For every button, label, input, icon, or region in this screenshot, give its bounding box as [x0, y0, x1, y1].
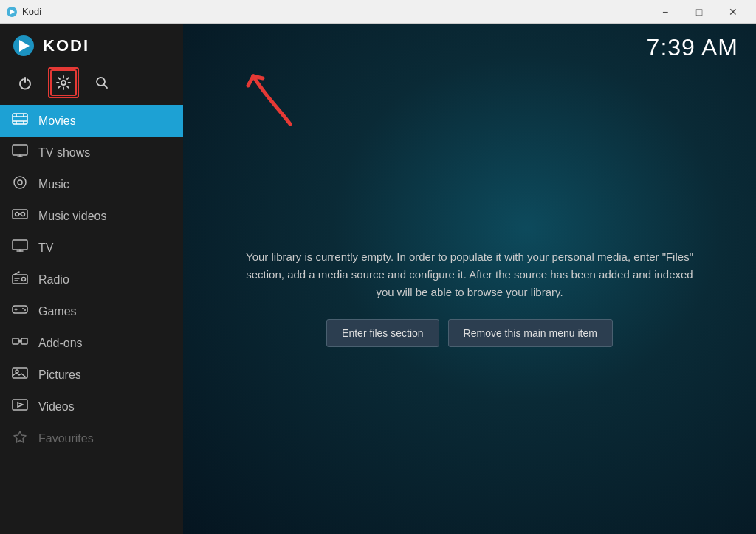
settings-button-wrapper: [50, 69, 77, 96]
library-empty-message: Your library is currently empty. In orde…: [241, 248, 698, 301]
sidebar-nav: Movies TV shows Music Musi: [0, 105, 183, 534]
sidebar-item-pictures[interactable]: Pictures: [0, 359, 183, 391]
favourites-icon: [12, 430, 28, 447]
movies-icon: [12, 112, 28, 129]
sidebar-item-games[interactable]: Games: [0, 295, 183, 327]
sidebar: KODI: [0, 24, 183, 534]
svg-point-9: [18, 180, 22, 185]
close-button[interactable]: ✕: [716, 0, 750, 24]
sidebar-item-tv[interactable]: TV: [0, 232, 183, 264]
titlebar-left: Kodi: [6, 6, 41, 18]
settings-button[interactable]: [50, 69, 77, 96]
sidebar-item-videos-label: Videos: [38, 400, 75, 414]
svg-point-17: [22, 308, 24, 309]
svg-point-8: [14, 177, 26, 188]
minimize-button[interactable]: −: [648, 0, 682, 24]
sidebar-item-pictures-label: Pictures: [38, 369, 81, 382]
sidebar-item-tv-label: TV: [38, 242, 53, 255]
clock-display: 7:39 AM: [647, 34, 738, 61]
kodi-logo: [12, 34, 35, 58]
videos-icon: [12, 398, 28, 415]
sidebar-item-videos[interactable]: Videos: [0, 391, 183, 422]
sidebar-item-music-label: Music: [38, 178, 69, 191]
sidebar-item-movies[interactable]: Movies: [0, 105, 183, 137]
svg-rect-19: [13, 338, 18, 344]
svg-rect-13: [13, 240, 27, 250]
sidebar-icon-row: [0, 65, 183, 105]
sidebar-item-favourites[interactable]: Favourites: [0, 422, 183, 454]
titlebar-title: Kodi: [22, 6, 41, 17]
sidebar-item-radio[interactable]: Radio: [0, 264, 183, 295]
sidebar-item-music[interactable]: Music: [0, 168, 183, 200]
remove-menu-button[interactable]: Remove this main menu item: [448, 319, 613, 347]
sidebar-item-musicvideos-label: Music videos: [38, 210, 106, 223]
musicvideos-icon: [12, 208, 28, 225]
app-title-label: KODI: [43, 36, 89, 55]
svg-rect-6: [13, 114, 27, 124]
content-area: Your library is currently empty. In orde…: [183, 61, 756, 534]
svg-point-18: [24, 309, 26, 311]
svg-rect-20: [21, 338, 27, 344]
main-content: 7:39 AM Your library is currently empty.…: [183, 24, 756, 534]
games-icon: [12, 303, 28, 320]
search-icon: [94, 75, 109, 90]
sidebar-item-favourites-label: Favourites: [38, 432, 94, 445]
sidebar-item-games-label: Games: [38, 305, 77, 318]
svg-point-5: [97, 78, 105, 86]
sidebar-item-tvshows[interactable]: TV shows: [0, 137, 183, 168]
sidebar-item-tvshows-label: TV shows: [38, 146, 90, 160]
sidebar-item-addons[interactable]: Add-ons: [0, 327, 183, 359]
pictures-icon: [12, 366, 28, 383]
sidebar-item-radio-label: Radio: [38, 273, 69, 287]
tvshows-icon: [12, 144, 28, 161]
app: KODI: [0, 24, 756, 534]
svg-rect-23: [13, 400, 27, 410]
addons-icon: [12, 335, 28, 352]
maximize-button[interactable]: □: [682, 0, 716, 24]
enter-files-button[interactable]: Enter files section: [326, 319, 439, 347]
tv-icon: [12, 239, 28, 256]
top-bar: 7:39 AM: [183, 24, 756, 61]
sidebar-item-addons-label: Add-ons: [38, 337, 83, 350]
svg-rect-7: [13, 145, 27, 155]
svg-point-4: [61, 81, 66, 85]
titlebar: Kodi − □ ✕: [0, 0, 756, 24]
sidebar-item-movies-label: Movies: [38, 114, 76, 128]
power-icon: [18, 75, 32, 90]
action-buttons: Enter files section Remove this main men…: [326, 319, 613, 347]
search-button[interactable]: [89, 69, 115, 96]
titlebar-controls: − □ ✕: [648, 0, 750, 24]
radio-icon: [12, 271, 28, 288]
gear-icon: [56, 75, 71, 90]
kodi-icon: [6, 6, 18, 18]
power-button[interactable]: [12, 69, 38, 96]
svg-point-15: [22, 278, 26, 281]
sidebar-header: KODI: [0, 24, 183, 65]
music-icon: [12, 176, 28, 193]
sidebar-item-musicvideos[interactable]: Music videos: [0, 200, 183, 232]
